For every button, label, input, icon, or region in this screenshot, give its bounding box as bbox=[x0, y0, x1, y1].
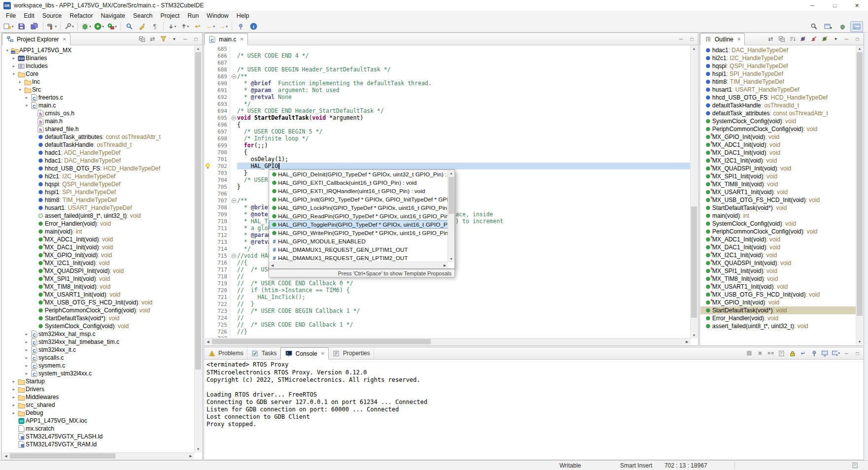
display-console-icon[interactable] bbox=[821, 349, 829, 358]
outline-item[interactable]: Error_Handler(void) : void bbox=[700, 314, 856, 322]
completion-item[interactable]: #HAL_DMAMUX1_REQUEST_GEN_LPTIM1_OUT bbox=[269, 245, 448, 254]
tab-outline[interactable]: Outline ✕ bbox=[700, 33, 745, 45]
code-text[interactable]: /* USER CODE BEGIN Header_StartDefaultTa… bbox=[237, 66, 691, 73]
menu-search[interactable]: Search bbox=[129, 12, 157, 19]
tree-item[interactable]: ▸Debug bbox=[2, 409, 194, 417]
outline-item[interactable]: defaultTask_attributes : const osThreadA… bbox=[700, 109, 856, 117]
run-icon[interactable]: ▾ bbox=[93, 21, 105, 32]
code-text[interactable]: // bbox=[237, 314, 691, 321]
completion-vscrollbar[interactable]: ▲ ▼ bbox=[448, 170, 454, 262]
code-line[interactable]: 686/* USER CODE END 4 */ bbox=[205, 52, 691, 59]
maximize-icon[interactable]: □ bbox=[688, 35, 696, 43]
tree-item[interactable]: hqspi : QSPI_HandleTypeDef bbox=[2, 180, 194, 188]
outline-item[interactable]: sMX_I2C1_Init(void) : void bbox=[700, 251, 856, 259]
code-line[interactable]: 688/* USER CODE BEGIN Header_StartDefaul… bbox=[205, 66, 691, 73]
dropdown-caret-icon[interactable]: ▾ bbox=[115, 25, 117, 29]
tree-item[interactable]: ▸Inc bbox=[2, 78, 194, 86]
scroll-down-icon[interactable]: ▼ bbox=[448, 256, 454, 262]
remove-launch-icon[interactable] bbox=[756, 349, 764, 358]
tree-item[interactable]: PeriphCommonClock_Config(void) : void bbox=[2, 306, 194, 314]
tree-item[interactable]: sMX_USART1_Init(void) : void bbox=[2, 291, 194, 299]
menu-help[interactable]: Help bbox=[233, 12, 253, 19]
menu-window[interactable]: Window bbox=[203, 12, 232, 19]
dropdown-caret-icon[interactable]: ▾ bbox=[72, 25, 74, 29]
code-text[interactable] bbox=[237, 45, 691, 52]
dropdown-caret-icon[interactable]: ▾ bbox=[838, 351, 840, 355]
dropdown-caret-icon[interactable]: ▾ bbox=[187, 25, 189, 29]
tree-item[interactable]: ▾IDEAPP1_L475VG_MX bbox=[2, 46, 194, 54]
outline-item[interactable]: sMX_QUADSPI_Init(void) : void bbox=[700, 259, 856, 267]
code-line[interactable]: 694/* USER CODE END Header_StartDefaultT… bbox=[205, 107, 691, 114]
outline-item[interactable]: husart1 : USART_HandleTypeDef bbox=[700, 86, 856, 94]
code-line[interactable]: 701 osDelay(1); bbox=[205, 156, 691, 163]
code-line[interactable]: 723// /* USER CODE BEGIN Callback 1 */ bbox=[205, 307, 691, 314]
tree-item[interactable]: ▸Includes bbox=[2, 62, 194, 70]
notifications-icon[interactable] bbox=[852, 462, 858, 470]
tree-item[interactable]: ▸Cstm32l4xx_hal_msp.c bbox=[2, 330, 194, 338]
fold-collapse-icon[interactable] bbox=[230, 253, 237, 259]
outline-item[interactable]: hi2c1 : I2C_HandleTypeDef bbox=[700, 54, 856, 62]
close-icon[interactable]: ✕ bbox=[62, 36, 66, 42]
code-text[interactable]: // /* USER CODE END Callback 1 */ bbox=[237, 321, 691, 328]
link-editor-icon[interactable]: ⇄ bbox=[148, 35, 157, 43]
minimize-window-button[interactable]: ─ bbox=[801, 0, 824, 11]
code-line[interactable]: 719// /* USER CODE END Callback 0 */ bbox=[205, 280, 691, 287]
tree-item[interactable]: ▸010Binaries bbox=[2, 54, 194, 62]
completion-item[interactable]: HAL_GPIO_EXTI_IRQHandler(uint16_t GPIO_P… bbox=[269, 187, 448, 195]
tree-item[interactable]: ▾Core bbox=[2, 70, 194, 78]
tree-item[interactable]: ▸Middlewares bbox=[2, 393, 194, 401]
outline-item[interactable]: SystemClock_Config(void) : void bbox=[700, 220, 856, 228]
code-text[interactable]: */ bbox=[237, 101, 691, 107]
code-text[interactable]: * @brief Function implementing the defau… bbox=[237, 80, 691, 87]
tree-item[interactable]: STM32L475VGTX_RAM.ld bbox=[2, 440, 194, 448]
tree-item[interactable]: hhcd_USB_OTG_FS : HCD_HandleTypeDef bbox=[2, 165, 194, 172]
code-line[interactable]: 695void StartDefaultTask(void *argument) bbox=[205, 114, 691, 121]
menu-run[interactable]: Run bbox=[183, 12, 203, 19]
view-menu-icon[interactable]: ▼ bbox=[170, 35, 178, 43]
code-text[interactable]: // if (htim->Instance == TIM6) { bbox=[237, 287, 691, 294]
tab-properties[interactable]: Properties bbox=[329, 347, 374, 359]
code-line[interactable]: 725// /* USER CODE END Callback 1 */ bbox=[205, 321, 691, 328]
link-editor-icon[interactable]: ⇄ bbox=[766, 35, 775, 43]
outline-item[interactable]: PeriphCommonClock_Config(void) : void bbox=[700, 125, 856, 133]
outline-item[interactable]: sMX_TIM8_Init(void) : void bbox=[700, 275, 856, 283]
completion-item[interactable]: #HAL_DMAMUX1_REQUEST_GEN_LPTIM2_OUT bbox=[269, 254, 448, 262]
code-line[interactable]: 691 * @param argument: Not used bbox=[205, 87, 691, 94]
tree-item[interactable]: defaultTask_attributes : const osThreadA… bbox=[2, 133, 194, 141]
prev-annotation-icon[interactable]: ▾ bbox=[178, 21, 191, 32]
outline-item[interactable]: sMX_SPI1_Init(void) : void bbox=[700, 172, 856, 180]
scroll-up-icon[interactable]: ▲ bbox=[448, 170, 454, 176]
outline-item[interactable]: sMX_SPI1_Init(void) : void bbox=[700, 267, 856, 275]
tree-item[interactable]: assert_failed(uint8_t*, uint32_t) : void bbox=[2, 212, 194, 220]
tree-item[interactable]: ▸Startup bbox=[2, 377, 194, 385]
outline-item[interactable]: sMX_GPIO_Init(void) : void bbox=[700, 299, 856, 306]
terminate-icon[interactable] bbox=[745, 349, 753, 358]
editor-hscrollbar[interactable]: ◀ ▶ bbox=[205, 338, 691, 345]
outline-item[interactable]: sMX_USART1_Init(void) : void bbox=[700, 283, 856, 291]
search-icon[interactable] bbox=[807, 21, 820, 32]
fold-collapse-icon[interactable] bbox=[230, 74, 237, 79]
outline-item[interactable]: sMX_USB_OTG_FS_HCD_Init(void) : void bbox=[700, 291, 856, 299]
outline-item[interactable]: StartDefaultTask(void*) : void bbox=[700, 306, 856, 314]
code-line[interactable]: 722// } bbox=[205, 301, 691, 307]
view-menu-icon[interactable]: ▼ bbox=[832, 35, 840, 43]
code-text[interactable]: /* Infinite loop */ bbox=[237, 135, 691, 142]
code-line[interactable]: 726//} bbox=[205, 328, 691, 335]
tree-item[interactable]: sMX_GPIO_Init(void) : void bbox=[2, 251, 194, 259]
cpp-perspective-icon[interactable]: C++ bbox=[850, 21, 863, 32]
collapse-all-icon[interactable] bbox=[777, 35, 786, 43]
completion-item[interactable]: HAL_GPIO_DeInit(GPIO_TypeDef * GPIOx, ui… bbox=[269, 170, 448, 178]
scroll-down-icon[interactable]: ▼ bbox=[691, 332, 697, 338]
outline-item[interactable]: sMX_TIM8_Init(void) : void bbox=[700, 180, 856, 188]
scroll-up-icon[interactable]: ▲ bbox=[856, 45, 863, 52]
code-text[interactable]: { bbox=[237, 121, 691, 128]
expand-arrow-icon[interactable]: ▸ bbox=[24, 347, 30, 352]
completion-item[interactable]: HAL_GPIO_EXTI_Callback(uint16_t GPIO_Pin… bbox=[269, 178, 448, 187]
dropdown-caret-icon[interactable]: ▾ bbox=[12, 25, 14, 29]
minimize-icon[interactable]: ─ bbox=[677, 35, 685, 43]
tree-item[interactable]: sMX_ADC1_Init(void) : void bbox=[2, 235, 194, 243]
dropdown-caret-icon[interactable]: ▾ bbox=[226, 25, 228, 29]
code-line[interactable]: 685 bbox=[205, 45, 691, 52]
open-element-icon[interactable] bbox=[123, 21, 136, 32]
tree-item[interactable]: hspi1 : SPI_HandleTypeDef bbox=[2, 188, 194, 196]
